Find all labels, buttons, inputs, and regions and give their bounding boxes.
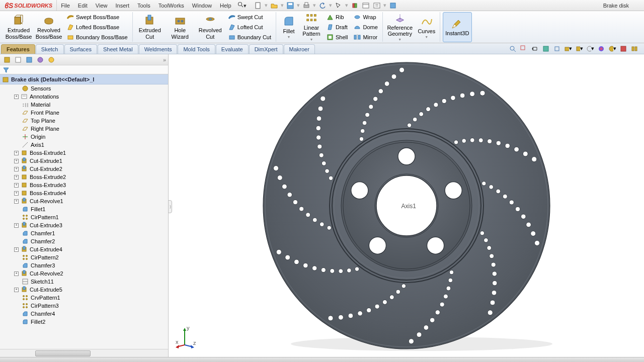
tree-item-origin[interactable]: Origin [0, 133, 168, 141]
tree-item-cut-extrude1[interactable]: +Cut-Extrude1 [0, 157, 168, 165]
tree-item-sensors[interactable]: Sensors [0, 84, 168, 93]
tree-item-annotations[interactable]: +Annotations [0, 93, 168, 101]
properties-button[interactable] [372, 1, 381, 10]
undo-button[interactable] [318, 1, 327, 10]
zoom-fit-icon[interactable] [508, 44, 517, 53]
tree-item-boss-extrude1[interactable]: +Boss-Extrude1 [0, 149, 168, 157]
tree-item-cut-revolve1[interactable]: +Cut-Revolve1 [0, 197, 168, 205]
feature-filter-bar[interactable] [0, 65, 168, 74]
swept-boss-button[interactable]: Swept Boss/Base [64, 13, 130, 22]
feature-tree[interactable]: Sensors+AnnotationsMaterial Front PlaneT… [0, 84, 168, 349]
tree-item-cut-extrude5[interactable]: +Cut-Extrude5 [0, 286, 168, 294]
display-style-icon[interactable]: ▾ [564, 44, 573, 53]
tree-item-cut-extrude2[interactable]: +Cut-Extrude2 [0, 165, 168, 173]
menu-search-icon[interactable]: ▾ [235, 2, 249, 9]
tree-item-material-not-specified-[interactable]: Material [0, 101, 168, 109]
expand-icon[interactable]: + [14, 288, 19, 292]
tree-item-cut-extrude4[interactable]: +Cut-Extrude4 [0, 245, 168, 253]
lofted-boss-button[interactable]: Lofted Boss/Base [64, 23, 130, 32]
orientation-triad-icon[interactable]: y x z [176, 325, 201, 350]
menu-tools[interactable]: Tools [133, 3, 154, 9]
swept-cut-button[interactable]: Swept Cut [226, 13, 274, 22]
open-doc-button[interactable] [270, 1, 279, 10]
tab-evaluate[interactable]: Evaluate [216, 44, 249, 54]
zoom-area-icon[interactable] [519, 44, 528, 53]
save-button[interactable] [286, 1, 295, 10]
apply-scene-icon[interactable] [597, 44, 606, 53]
linear-pattern-button[interactable]: Linear Pattern▼ [300, 12, 323, 42]
expand-icon[interactable]: + [14, 159, 19, 163]
render-icon[interactable] [619, 44, 628, 53]
revolved-boss-button[interactable]: Revolved Boss/Base [34, 12, 63, 42]
menu-view[interactable]: View [92, 3, 112, 9]
expand-icon[interactable]: + [14, 199, 19, 204]
wrap-button[interactable]: Wrap [351, 13, 380, 22]
panel-splitter-handle[interactable]: ⟩ [168, 200, 172, 213]
expand-icon[interactable]: + [14, 272, 19, 276]
rebuild-button[interactable] [350, 1, 359, 10]
tab-weldments[interactable]: Weldments [139, 44, 178, 54]
tab-sketch[interactable]: Sketch [36, 44, 64, 54]
tree-item-cut-revolve2[interactable]: +Cut-Revolve2 [0, 269, 168, 278]
boundary-boss-button[interactable]: Boundary Boss/Base [64, 33, 130, 42]
tab-features[interactable]: Features [1, 44, 35, 54]
lofted-cut-button[interactable]: Lofted Cut [226, 23, 274, 32]
tree-item-fillet2[interactable]: Fillet2 [0, 318, 168, 326]
boundary-cut-button[interactable]: Boundary Cut [226, 33, 274, 42]
extruded-cut-button[interactable]: Extruded Cut [135, 12, 165, 42]
tree-item-axis1[interactable]: Axis1 [0, 141, 168, 149]
menu-toolworks[interactable]: ToolWorks [154, 3, 188, 9]
tab-mold-tools[interactable]: Mold Tools [178, 44, 215, 54]
tree-item-cirpattern2[interactable]: CirPattern2 [0, 253, 168, 261]
dome-button[interactable]: Dome [351, 23, 380, 32]
configuration-manager-tab-icon[interactable] [24, 55, 34, 64]
shell-button[interactable]: Shell [324, 33, 350, 42]
options-button[interactable] [361, 1, 370, 10]
mirror-button[interactable]: Mirror [351, 33, 380, 42]
tab-surfaces[interactable]: Surfaces [64, 44, 97, 54]
expand-icon[interactable]: + [14, 175, 19, 179]
hole-wizard-button[interactable]: Hole Wizard [166, 12, 195, 42]
menu-insert[interactable]: Insert [111, 3, 133, 9]
new-doc-button[interactable] [254, 1, 263, 10]
graphics-viewport[interactable]: ⟩ [169, 54, 644, 357]
appearance-button[interactable] [388, 1, 397, 10]
tree-item-top-plane[interactable]: Top Plane [0, 117, 168, 125]
expand-icon[interactable]: + [14, 223, 19, 228]
display-manager-tab-icon[interactable] [46, 55, 56, 64]
tree-item-chamfer4[interactable]: Chamfer4 [0, 310, 168, 318]
property-manager-tab-icon[interactable] [13, 55, 23, 64]
draft-button[interactable]: Draft [324, 23, 350, 32]
tree-item-right-plane[interactable]: Right Plane [0, 125, 168, 133]
expand-icon[interactable]: + [14, 183, 19, 188]
expand-icon[interactable]: + [14, 151, 19, 155]
view-settings-icon[interactable]: ▾ [608, 44, 617, 53]
tree-item-sketch11[interactable]: Sketch11 [0, 278, 168, 286]
view-orientation-icon[interactable] [552, 44, 561, 53]
view-tools-icon[interactable] [630, 44, 639, 53]
tree-item-cirpattern1[interactable]: CirPattern1 [0, 213, 168, 221]
dimxpert-manager-tab-icon[interactable] [35, 55, 45, 64]
expand-icon[interactable]: + [14, 95, 19, 99]
rib-button[interactable]: Rib [324, 13, 350, 22]
menu-file[interactable]: File [57, 3, 74, 9]
section-view-icon[interactable] [541, 44, 550, 53]
expand-icon[interactable]: + [14, 191, 19, 196]
reference-geometry-button[interactable]: Reference Geometry▼ [385, 12, 415, 42]
revolved-cut-button[interactable]: Revolved Cut [196, 12, 225, 42]
print-button[interactable] [302, 1, 311, 10]
tree-item-boss-extrude3[interactable]: +Boss-Extrude3 [0, 181, 168, 189]
instant3d-button[interactable]: Instant3D [443, 12, 472, 42]
fillet-button[interactable]: Fillet▼ [279, 12, 299, 42]
tree-item-boss-extrude2[interactable]: +Boss-Extrude2 [0, 173, 168, 181]
menu-window[interactable]: Window [188, 3, 216, 9]
feature-manager-tab-icon[interactable] [2, 55, 12, 64]
tree-item-chamfer2[interactable]: Chamfer2 [0, 237, 168, 245]
tree-item-boss-extrude4[interactable]: +Boss-Extrude4 [0, 189, 168, 197]
tree-item-cirpattern3[interactable]: CirPattern3 [0, 302, 168, 310]
tree-item-cut-extrude3[interactable]: +Cut-Extrude3 [0, 221, 168, 229]
tab-dimxpert[interactable]: DimXpert [249, 44, 283, 54]
expand-icon[interactable]: + [14, 167, 19, 171]
extruded-boss-button[interactable]: Extruded Boss/Base [4, 12, 33, 42]
select-button[interactable] [334, 1, 343, 10]
